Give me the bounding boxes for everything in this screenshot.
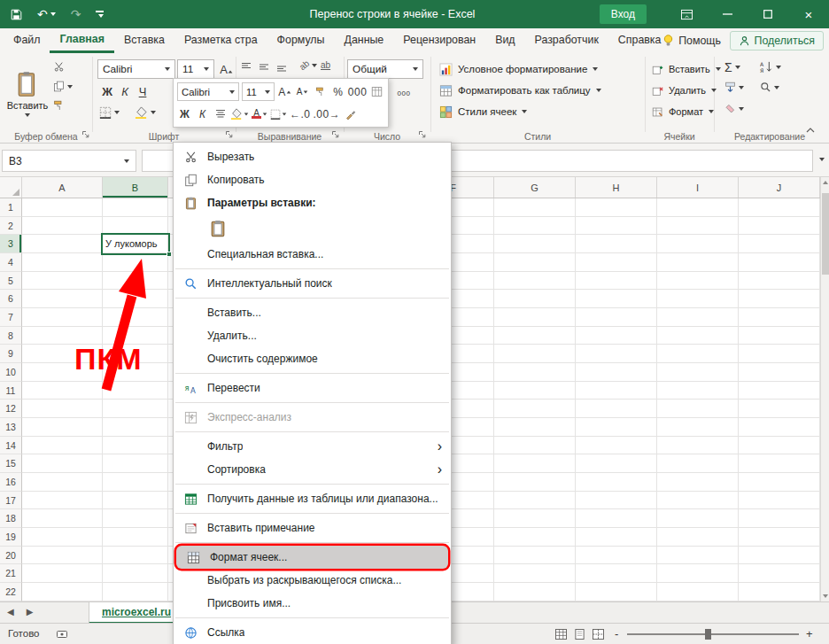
- underline-button[interactable]: Ч: [135, 82, 151, 100]
- mini-italic-button[interactable]: К: [195, 105, 210, 123]
- cell-j19[interactable]: [739, 528, 820, 547]
- menu-item-cut[interactable]: Вырезать: [174, 145, 451, 168]
- row-header-5[interactable]: 5: [0, 272, 22, 291]
- cell-b1[interactable]: [103, 198, 168, 217]
- menu-item-clear-contents[interactable]: Очистить содержимое: [174, 347, 451, 370]
- cell-i1[interactable]: [657, 198, 739, 217]
- cell-g2[interactable]: [494, 217, 576, 236]
- cell-j21[interactable]: [739, 564, 820, 583]
- cell-j1[interactable]: [739, 198, 820, 217]
- tab-review[interactable]: Рецензирован: [393, 28, 485, 53]
- cell-a20[interactable]: [22, 547, 103, 565]
- format-cells-ribbon-button[interactable]: Формат: [652, 103, 714, 120]
- cell-b15[interactable]: [103, 454, 168, 473]
- formula-bar-expand-icon[interactable]: [819, 158, 825, 161]
- sheet-tab-microexcel[interactable]: microexcel.ru: [89, 602, 184, 624]
- cell-i10[interactable]: [657, 363, 739, 382]
- mini-font-color-button[interactable]: А: [252, 105, 267, 123]
- cell-j18[interactable]: [739, 509, 820, 528]
- cell-g17[interactable]: [494, 492, 576, 510]
- cell-h5[interactable]: [576, 272, 657, 291]
- share-button[interactable]: Поделиться: [730, 31, 824, 50]
- autosum-button[interactable]: Σ: [724, 60, 740, 74]
- cell-i17[interactable]: [657, 492, 739, 510]
- mini-format-painter-button[interactable]: [313, 83, 328, 101]
- orientation-button[interactable]: ab: [299, 60, 317, 70]
- cell-i19[interactable]: [657, 528, 739, 547]
- cell-j13[interactable]: [739, 418, 820, 437]
- mini-shrink-font-button[interactable]: А: [295, 83, 310, 101]
- row-header-17[interactable]: 17: [0, 492, 22, 510]
- fill-color-button[interactable]: [135, 106, 156, 119]
- cell-g18[interactable]: [494, 509, 576, 528]
- cell-h17[interactable]: [576, 492, 657, 510]
- cell-i8[interactable]: [657, 327, 739, 345]
- menu-item-insert-comment[interactable]: Вставить примечание: [174, 516, 451, 539]
- cell-b2[interactable]: [103, 217, 168, 236]
- menu-item-format-cells[interactable]: Формат ячеек...: [176, 546, 448, 569]
- cell-h10[interactable]: [576, 363, 657, 382]
- cell-h8[interactable]: [576, 327, 657, 345]
- mini-increase-decimal-button[interactable]: .00→: [314, 105, 341, 123]
- row-header-12[interactable]: 12: [0, 400, 22, 418]
- zoom-out-button[interactable]: -: [615, 627, 618, 640]
- close-button[interactable]: ×: [788, 0, 829, 28]
- cell-g6[interactable]: [494, 290, 576, 308]
- cell-h7[interactable]: [576, 308, 657, 327]
- cell-g10[interactable]: [494, 363, 576, 382]
- row-header-14[interactable]: 14: [0, 437, 22, 455]
- cell-j2[interactable]: [739, 217, 820, 236]
- cell-g20[interactable]: [494, 547, 576, 565]
- cell-a12[interactable]: [22, 400, 103, 418]
- cell-j17[interactable]: [739, 492, 820, 510]
- menu-item-smart-lookup[interactable]: Интеллектуальный поиск: [174, 272, 451, 295]
- cell-a19[interactable]: [22, 528, 103, 547]
- cell-g3[interactable]: [494, 235, 576, 253]
- fill-button[interactable]: [724, 81, 744, 93]
- cell-i16[interactable]: [657, 473, 739, 492]
- paste-option-button[interactable]: [209, 220, 227, 237]
- row-header-13[interactable]: 13: [0, 418, 22, 437]
- mini-borders-button[interactable]: [270, 105, 287, 123]
- help-button[interactable]: Помощь: [662, 28, 721, 53]
- tab-data[interactable]: Данные: [335, 28, 394, 53]
- number-format-select[interactable]: Общий: [347, 59, 423, 79]
- borders-button[interactable]: [99, 106, 120, 119]
- cell-g11[interactable]: [494, 382, 576, 400]
- increase-decimal-button[interactable]: 000: [393, 84, 414, 102]
- cell-h21[interactable]: [576, 564, 657, 583]
- mini-decrease-decimal-button[interactable]: ←.0: [290, 105, 311, 123]
- cell-i15[interactable]: [657, 454, 739, 473]
- view-page-break-button[interactable]: [593, 629, 604, 640]
- mini-center-align-button[interactable]: [213, 105, 228, 123]
- mini-table-format-button[interactable]: [369, 83, 384, 101]
- conditional-formatting-button[interactable]: Условное форматирование: [439, 60, 598, 78]
- mini-font-name-select[interactable]: Calibri: [177, 82, 239, 101]
- minimize-button[interactable]: [707, 0, 748, 28]
- cell-b13[interactable]: [103, 418, 168, 437]
- menu-item-copy[interactable]: Копировать: [174, 168, 451, 191]
- mini-styles-brush-button[interactable]: [343, 105, 358, 123]
- clear-button[interactable]: [724, 103, 744, 114]
- vertical-scrollbar[interactable]: [820, 177, 829, 601]
- cell-i6[interactable]: [657, 290, 739, 308]
- cell-g4[interactable]: [494, 253, 576, 272]
- cell-a16[interactable]: [22, 473, 103, 492]
- row-header-11[interactable]: 11: [0, 382, 22, 400]
- menu-item-quick-analysis[interactable]: Экспресс-анализ: [174, 406, 451, 429]
- row-header-20[interactable]: 20: [0, 547, 22, 565]
- cell-a1[interactable]: [22, 198, 103, 217]
- fill-handle[interactable]: [167, 252, 172, 257]
- row-header-1[interactable]: 1: [0, 198, 22, 217]
- select-all-button[interactable]: [0, 177, 22, 198]
- cell-h3[interactable]: [576, 235, 657, 253]
- mini-grow-font-button[interactable]: А: [277, 83, 292, 101]
- cell-i22[interactable]: [657, 583, 739, 601]
- row-header-8[interactable]: 8: [0, 327, 22, 345]
- cell-i18[interactable]: [657, 509, 739, 528]
- cell-g16[interactable]: [494, 473, 576, 492]
- menu-item-get-data[interactable]: Получить данные из таблицы или диапазона…: [174, 487, 451, 510]
- tab-view[interactable]: Вид: [485, 28, 524, 53]
- menu-item-link[interactable]: Ссылка: [174, 621, 451, 644]
- tab-help[interactable]: Справка: [608, 28, 671, 53]
